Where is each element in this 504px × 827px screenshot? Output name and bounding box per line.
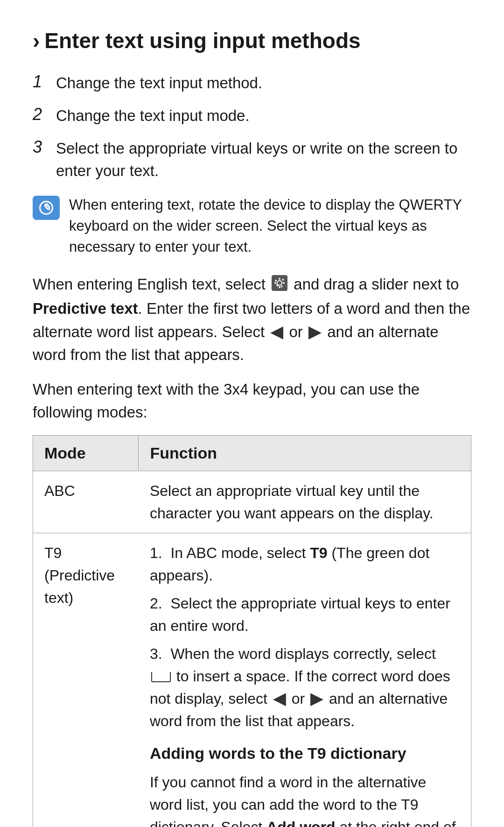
step-2-number: 2 — [33, 105, 49, 124]
paragraph-1-before: When entering English text, select — [33, 276, 266, 293]
t9-function-list: 1. In ABC mode, select T9 (The green dot… — [150, 542, 460, 732]
page-title: › Enter text using input methods — [33, 28, 471, 53]
or-text-1: or — [289, 323, 307, 340]
function-abc: Select an appropriate virtual key until … — [139, 471, 471, 533]
t9-item-1: 1. In ABC mode, select T9 (The green dot… — [150, 542, 460, 587]
table-header-function: Function — [139, 435, 471, 471]
step-3: 3 Select the appropriate virtual keys or… — [33, 137, 471, 182]
paragraph-2: When entering text with the 3x4 keypad, … — [33, 378, 471, 424]
svg-rect-3 — [274, 282, 276, 283]
step-2-text: Change the text input mode. — [56, 105, 250, 127]
table-header-mode: Mode — [33, 435, 139, 471]
svg-rect-4 — [283, 282, 285, 283]
arrow-right-icon-2 — [310, 693, 323, 706]
step-3-number: 3 — [33, 137, 49, 157]
step-1-number: 1 — [33, 72, 49, 92]
t9-subheading: Adding words to the T9 dictionary — [150, 742, 460, 765]
paragraph-1: When entering English text, select and d… — [33, 273, 471, 367]
arrow-right-icon — [308, 326, 322, 339]
table-row-t9: T9 (Predictive text) 1. In ABC mode, sel… — [33, 533, 471, 827]
or-text-2: or — [292, 690, 305, 707]
step-3-text: Select the appropriate virtual keys or w… — [56, 137, 471, 182]
title-text: Enter text using input methods — [44, 28, 360, 53]
add-word-bold: Add word — [266, 819, 336, 827]
t9-item-2: 2. Select the appropriate virtual keys t… — [150, 592, 460, 637]
step-1: 1 Change the text input method. — [33, 72, 471, 94]
note-text: When entering text, rotate the device to… — [69, 195, 471, 258]
table-header-row: Mode Function — [33, 435, 471, 471]
gear-icon — [272, 274, 287, 297]
mode-t9: T9 (Predictive text) — [33, 533, 139, 827]
arrow-left-icon — [270, 326, 283, 339]
t9-subtext: If you cannot find a word in the alterna… — [150, 771, 460, 827]
t9-bold: T9 — [310, 544, 327, 561]
step-2: 2 Change the text input mode. — [33, 105, 471, 127]
chevron-icon: › — [33, 28, 40, 53]
step-1-text: Change the text input method. — [56, 72, 262, 94]
t9-item-3: 3. When the word displays correctly, sel… — [150, 643, 460, 732]
svg-rect-1 — [279, 278, 280, 280]
note-box: ✎ When entering text, rotate the device … — [33, 195, 471, 258]
modes-table: Mode Function ABC Select an appropriate … — [33, 435, 471, 827]
note-icon-inner: ✎ — [39, 201, 53, 215]
note-icon: ✎ — [33, 196, 60, 220]
arrow-left-icon-2 — [273, 693, 286, 706]
predictive-text-bold: Predictive text — [33, 300, 138, 317]
svg-rect-2 — [279, 286, 280, 288]
function-t9: 1. In ABC mode, select T9 (The green dot… — [139, 533, 471, 827]
space-icon — [151, 672, 171, 682]
svg-rect-0 — [272, 275, 287, 291]
mode-abc: ABC — [33, 471, 139, 533]
table-row-abc: ABC Select an appropriate virtual key un… — [33, 471, 471, 533]
